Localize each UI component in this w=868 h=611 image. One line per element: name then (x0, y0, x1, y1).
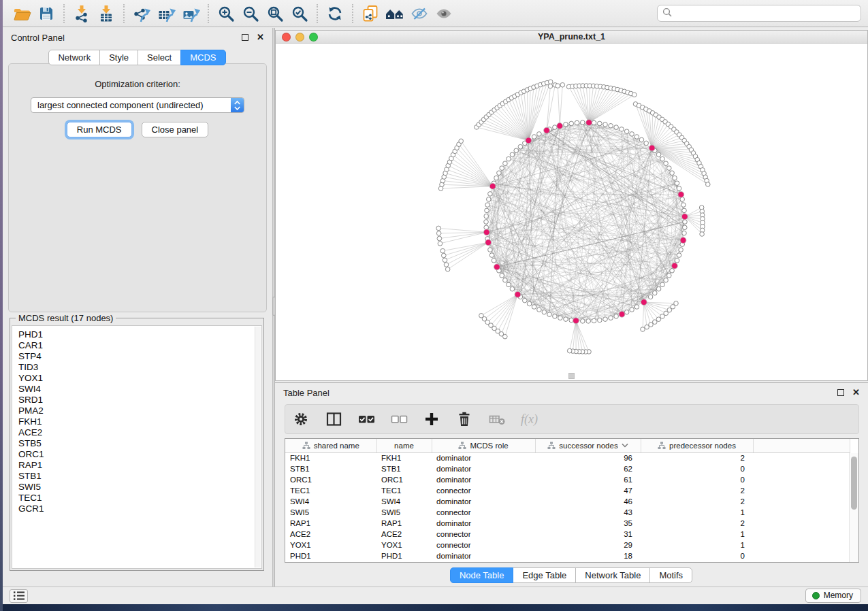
mcds-result-item[interactable]: ORC1 (18, 449, 261, 460)
deselect-all-icon[interactable] (390, 410, 408, 428)
column-label: shared name (314, 442, 359, 450)
memory-status-icon (812, 592, 820, 599)
save-session-icon[interactable] (34, 3, 59, 24)
mcds-result-item[interactable]: ACE2 (18, 427, 261, 438)
table-cell: RAP1 (376, 518, 432, 529)
search-box[interactable] (657, 5, 861, 22)
column-namespace-icon (302, 442, 310, 450)
zoom-out-icon[interactable] (238, 3, 263, 24)
table-scrollbar[interactable] (849, 453, 858, 562)
run-mcds-button[interactable]: Run MCDS (67, 122, 132, 137)
import-network-icon[interactable] (69, 3, 94, 24)
table-cell: 0 (641, 550, 753, 561)
mcds-result-frame: MCDS result (17 nodes) PHD1CAR1STP4TID3Y… (10, 318, 264, 571)
column-header-MCDS-role[interactable]: MCDS role (432, 439, 535, 452)
table-tab-node-table[interactable]: Node Table (450, 567, 514, 583)
table-panel-title: Table Panel (283, 388, 329, 398)
table-row[interactable]: FKH1FKH1dominator962 (285, 452, 850, 463)
canvas-scroll-handle[interactable] (568, 373, 575, 379)
mcds-result-item[interactable]: FKH1 (18, 416, 261, 427)
export-table-icon[interactable] (154, 3, 178, 24)
table-row[interactable]: TEC1TEC1connector472 (285, 485, 850, 496)
float-panel-icon[interactable] (242, 34, 248, 41)
task-history-button[interactable] (10, 589, 28, 603)
mcds-result-item[interactable]: TEC1 (18, 493, 261, 503)
add-column-icon[interactable] (423, 410, 440, 428)
zoom-in-icon[interactable] (214, 3, 238, 24)
table-row[interactable]: SWI4SWI4dominator462 (285, 496, 850, 507)
mcds-result-item[interactable]: STB5 (18, 438, 261, 449)
mcds-result-item[interactable]: PMA2 (18, 406, 261, 416)
table-cell: ACE2 (376, 529, 432, 540)
tab-mcds[interactable]: MCDS (180, 50, 225, 65)
memory-button[interactable]: Memory (805, 589, 861, 603)
optimization-criterion-select[interactable]: largest connected component (undirected) (31, 97, 244, 113)
tab-network[interactable]: Network (48, 50, 100, 65)
table-row[interactable]: SWI5SWI5connector431 (285, 507, 850, 518)
table-cell: SWI4 (376, 496, 432, 507)
network-window-titlebar[interactable]: YPA_prune.txt_1 (276, 31, 867, 44)
open-file-icon[interactable] (10, 3, 34, 24)
export-network-icon[interactable] (129, 3, 154, 24)
table-cell: 29 (535, 540, 641, 550)
table-row[interactable]: YOX1YOX1connector291 (285, 540, 850, 550)
zoom-selected-icon[interactable] (287, 3, 312, 24)
table-row[interactable]: STB1STB1dominator620 (285, 463, 850, 474)
mcds-result-item[interactable]: SWI4 (18, 384, 261, 395)
table-cell: dominator (432, 550, 535, 561)
close-panel-button[interactable]: Close panel (142, 122, 209, 137)
mcds-result-item[interactable]: SRD1 (18, 395, 261, 406)
column-header-shared-name[interactable]: shared name (285, 439, 376, 452)
hide-selected-icon[interactable] (407, 3, 432, 24)
close-table-panel-icon[interactable]: ✕ (852, 389, 860, 396)
select-all-icon[interactable] (357, 410, 375, 428)
mcds-result-item[interactable]: STP4 (18, 351, 261, 362)
export-image-icon[interactable] (178, 3, 203, 24)
network-canvas[interactable] (276, 44, 867, 380)
column-header-predecessor-nodes[interactable]: predecessor nodes (641, 439, 753, 452)
tab-select[interactable]: Select (138, 50, 181, 65)
tab-style[interactable]: Style (99, 50, 138, 65)
column-header-name[interactable]: name (376, 439, 432, 452)
mcds-result-list[interactable]: PHD1CAR1STP4TID3YOX1SWI4SRD1PMA2FKH1ACE2… (12, 325, 262, 569)
table-cell: connector (432, 485, 535, 496)
close-panel-icon[interactable]: ✕ (257, 34, 264, 41)
control-panel-tabs: NetworkStyleSelectMCDS (3, 50, 272, 65)
mcds-result-item[interactable]: CAR1 (18, 340, 261, 351)
mcds-result-item[interactable]: TID3 (18, 362, 261, 373)
delete-table-icon[interactable] (488, 410, 506, 428)
table-cell: dominator (432, 474, 535, 485)
table-row[interactable]: ACE2ACE2connector311 (285, 529, 850, 540)
table-row[interactable]: RAP1RAP1dominator352 (285, 518, 850, 529)
delete-columns-icon[interactable] (455, 410, 473, 428)
mcds-result-item[interactable]: STB1 (18, 471, 261, 482)
table-tab-edge-table[interactable]: Edge Table (513, 567, 576, 583)
mcds-result-item[interactable]: SWI5 (18, 482, 261, 493)
table-tab-network-table[interactable]: Network Table (575, 567, 650, 583)
float-table-panel-icon[interactable] (837, 389, 844, 396)
mcds-result-item[interactable]: RAP1 (18, 460, 261, 471)
table-row[interactable]: PHD1PHD1dominator180 (285, 550, 850, 561)
mcds-result-item[interactable]: GCR1 (18, 503, 261, 514)
duplicate-network-icon[interactable] (358, 3, 383, 24)
first-neighbors-icon[interactable] (383, 3, 407, 24)
mcds-result-item[interactable]: YOX1 (18, 373, 261, 384)
selected-option: largest connected component (undirected) (31, 100, 231, 110)
network-view-window: YPA_prune.txt_1 (275, 30, 868, 381)
refresh-layout-icon[interactable] (323, 3, 347, 24)
show-all-icon[interactable] (432, 3, 456, 24)
table-scrollbar-thumb[interactable] (851, 457, 857, 510)
column-header-successor-nodes[interactable]: successor nodes (535, 439, 641, 452)
import-table-icon[interactable] (94, 3, 118, 24)
show-columns-icon[interactable] (325, 410, 342, 428)
function-builder-icon[interactable]: f(x) (521, 412, 538, 427)
table-tab-motifs[interactable]: Motifs (649, 567, 692, 583)
mcds-list-scrollbar[interactable] (255, 327, 261, 567)
fit-content-icon[interactable] (263, 3, 287, 24)
table-row[interactable]: ORC1ORC1dominator610 (285, 474, 850, 485)
table-settings-icon[interactable] (292, 410, 310, 428)
search-input[interactable] (675, 9, 856, 18)
mcds-result-item[interactable]: PHD1 (18, 329, 261, 340)
table-cell: 62 (535, 463, 641, 474)
toolbar-separator (63, 4, 65, 23)
